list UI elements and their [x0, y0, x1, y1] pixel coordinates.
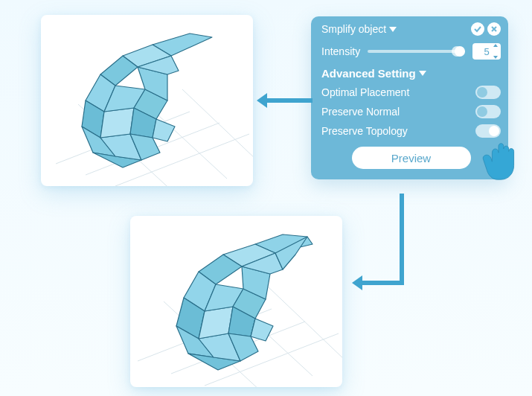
slider-thumb[interactable] — [455, 46, 465, 57]
stepper-down-icon[interactable] — [493, 56, 498, 59]
dropdown-icon — [389, 27, 397, 32]
intensity-value-input[interactable]: 5 — [472, 43, 501, 60]
preview-button[interactable]: Preview — [352, 147, 471, 169]
arrow-to-bottom-viewport — [350, 194, 424, 313]
preview-viewport-top — [41, 15, 253, 186]
dropdown-icon — [419, 71, 426, 76]
option-preserve-normal: Preserve Normal — [321, 105, 501, 118]
stepper-up-icon[interactable] — [493, 44, 498, 47]
svg-marker-14 — [100, 108, 134, 138]
option-label: Optimal Placement — [321, 86, 409, 98]
panel-title[interactable]: Smplify object — [321, 23, 397, 35]
option-label: Preserve Topology — [321, 125, 408, 137]
panel-header: Smplify object — [321, 22, 501, 36]
toggle-preserve-normal[interactable] — [475, 105, 501, 118]
svg-marker-19 — [153, 119, 175, 141]
intensity-slider[interactable] — [368, 50, 465, 53]
svg-marker-46 — [257, 93, 267, 108]
intensity-row: Intensity 5 — [321, 43, 501, 60]
svg-marker-41 — [251, 319, 273, 341]
advanced-setting-header[interactable]: Advanced Setting — [321, 67, 501, 80]
close-button[interactable] — [487, 22, 501, 36]
preview-button-label: Preview — [391, 152, 431, 165]
intensity-label: Intensity — [321, 45, 360, 57]
panel-title-text: Smplify object — [321, 23, 386, 35]
intensity-value: 5 — [484, 46, 489, 57]
advanced-setting-label: Advanced Setting — [321, 67, 416, 80]
apply-button[interactable] — [471, 22, 484, 36]
svg-line-27 — [268, 287, 342, 361]
svg-line-5 — [182, 89, 253, 160]
option-preserve-topology: Preserve Topology — [321, 124, 501, 138]
option-optimal-placement: Optimal Placement — [321, 86, 501, 99]
toggle-preserve-topology[interactable] — [475, 124, 501, 138]
option-label: Preserve Normal — [321, 106, 400, 118]
toggle-optimal-placement[interactable] — [475, 86, 501, 99]
arrow-to-top-viewport — [257, 89, 316, 112]
svg-marker-47 — [352, 275, 362, 290]
hand-cursor-icon — [476, 140, 521, 185]
preview-viewport-bottom — [130, 216, 342, 387]
